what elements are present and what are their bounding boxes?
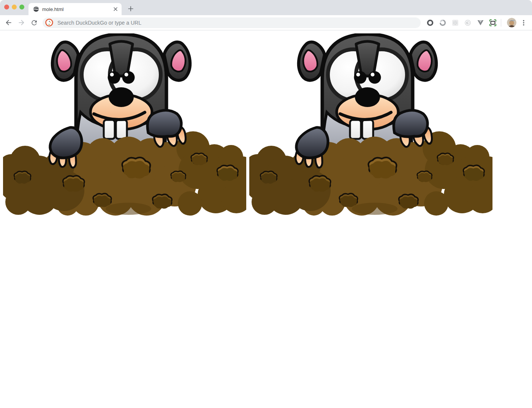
screen-capture-extension-icon[interactable]	[489, 19, 497, 27]
faded-grid-extension-icon[interactable]	[451, 19, 459, 27]
close-window-button[interactable]	[4, 5, 9, 9]
cartoon-mole-image-left	[3, 33, 246, 216]
omnibox[interactable]	[43, 17, 421, 28]
address-search-input[interactable]	[57, 19, 416, 26]
traffic-lights	[4, 5, 24, 9]
reload-button[interactable]	[29, 17, 40, 28]
toolbar	[0, 15, 532, 30]
faded-target-extension-icon[interactable]	[464, 19, 472, 27]
toolbar-separator	[501, 19, 501, 27]
back-button[interactable]	[3, 17, 14, 28]
tab-mole-html[interactable]: mole.html	[28, 3, 122, 15]
minimize-window-button[interactable]	[12, 5, 17, 9]
page-content	[0, 30, 532, 408]
tab-title: mole.html	[42, 6, 112, 12]
globe-favicon-icon	[33, 6, 39, 12]
forward-button[interactable]	[16, 17, 27, 28]
cartoon-mole-image-right	[249, 33, 492, 216]
profile-avatar[interactable]	[507, 18, 516, 27]
zoom-window-button[interactable]	[19, 5, 24, 9]
tab-close-icon[interactable]	[112, 6, 119, 12]
extension-icons	[426, 19, 497, 27]
dark-ring-extension-icon[interactable]	[426, 19, 434, 27]
tab-strip: mole.html	[0, 0, 532, 15]
v-shape-extension-icon[interactable]	[476, 19, 484, 27]
gray-swirl-extension-icon[interactable]	[439, 19, 447, 27]
browser-window: mole.html	[0, 0, 532, 408]
new-tab-button[interactable]	[125, 3, 136, 14]
duckduckgo-icon	[45, 19, 53, 27]
nav-buttons	[3, 17, 40, 28]
kebab-menu-icon[interactable]	[519, 18, 528, 27]
